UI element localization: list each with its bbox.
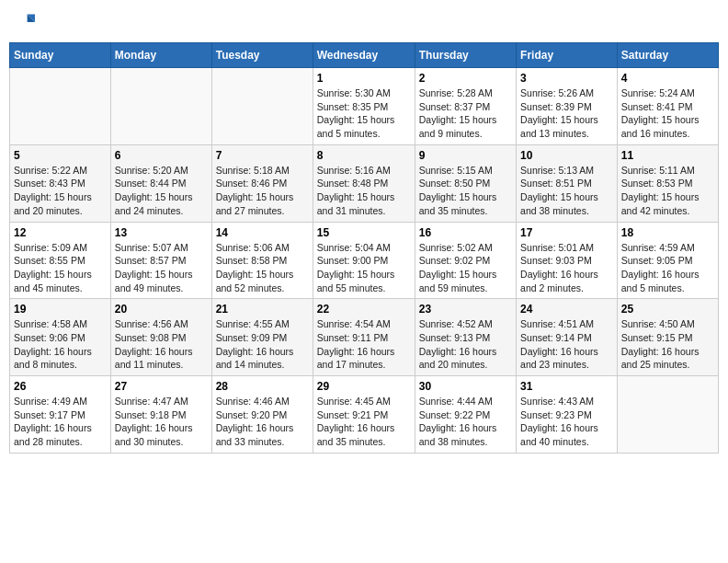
calendar-cell: 27Sunrise: 4:47 AMSunset: 9:18 PMDayligh… — [110, 376, 211, 454]
calendar-cell: 22Sunrise: 4:54 AMSunset: 9:11 PMDayligh… — [313, 299, 415, 376]
day-number: 11 — [621, 149, 714, 162]
day-number: 31 — [520, 380, 613, 393]
header-cell-monday: Monday — [110, 43, 211, 68]
day-number: 5 — [14, 149, 107, 162]
week-row: 12Sunrise: 5:09 AMSunset: 8:55 PMDayligh… — [10, 222, 719, 299]
calendar-cell: 12Sunrise: 5:09 AMSunset: 8:55 PMDayligh… — [10, 222, 111, 299]
day-info: Sunrise: 4:52 AMSunset: 9:13 PMDaylight:… — [419, 317, 512, 372]
calendar-cell: 23Sunrise: 4:52 AMSunset: 9:13 PMDayligh… — [415, 299, 516, 376]
calendar-cell: 24Sunrise: 4:51 AMSunset: 9:14 PMDayligh… — [517, 299, 618, 376]
day-info: Sunrise: 4:51 AMSunset: 9:14 PMDaylight:… — [520, 317, 613, 372]
day-info: Sunrise: 5:09 AMSunset: 8:55 PMDaylight:… — [14, 241, 107, 295]
day-number: 13 — [115, 226, 208, 239]
calendar-cell: 14Sunrise: 5:06 AMSunset: 8:58 PMDayligh… — [211, 222, 313, 299]
header-cell-wednesday: Wednesday — [313, 43, 415, 68]
calendar-cell: 26Sunrise: 4:49 AMSunset: 9:17 PMDayligh… — [10, 376, 111, 454]
day-number: 12 — [14, 226, 107, 239]
day-number: 14 — [216, 226, 309, 239]
day-info: Sunrise: 5:01 AMSunset: 9:03 PMDaylight:… — [520, 241, 613, 295]
day-number: 19 — [14, 303, 107, 316]
day-number: 10 — [520, 149, 613, 162]
day-info: Sunrise: 4:49 AMSunset: 9:17 PMDaylight:… — [14, 395, 107, 449]
day-info: Sunrise: 5:22 AMSunset: 8:43 PMDaylight:… — [14, 164, 107, 218]
day-info: Sunrise: 5:04 AMSunset: 9:00 PMDaylight:… — [317, 241, 411, 295]
calendar-cell: 31Sunrise: 4:43 AMSunset: 9:23 PMDayligh… — [517, 376, 618, 454]
calendar-cell: 15Sunrise: 5:04 AMSunset: 9:00 PMDayligh… — [313, 222, 415, 299]
day-info: Sunrise: 4:44 AMSunset: 9:22 PMDaylight:… — [419, 395, 512, 449]
calendar-cell: 20Sunrise: 4:56 AMSunset: 9:08 PMDayligh… — [110, 299, 211, 376]
day-number: 2 — [419, 72, 512, 85]
week-row: 5Sunrise: 5:22 AMSunset: 8:43 PMDaylight… — [10, 144, 719, 222]
day-info: Sunrise: 4:58 AMSunset: 9:06 PMDaylight:… — [14, 317, 107, 372]
logo — [9, 9, 39, 35]
calendar-cell — [10, 68, 111, 145]
day-number: 6 — [115, 149, 208, 162]
day-number: 21 — [216, 303, 309, 316]
day-number: 16 — [419, 226, 512, 239]
day-number: 26 — [14, 380, 107, 393]
day-info: Sunrise: 5:06 AMSunset: 8:58 PMDaylight:… — [216, 241, 309, 295]
calendar-cell: 13Sunrise: 5:07 AMSunset: 8:57 PMDayligh… — [110, 222, 211, 299]
day-info: Sunrise: 5:30 AMSunset: 8:35 PMDaylight:… — [317, 86, 411, 141]
day-info: Sunrise: 4:50 AMSunset: 9:15 PMDaylight:… — [621, 317, 714, 372]
calendar-cell: 18Sunrise: 4:59 AMSunset: 9:05 PMDayligh… — [617, 222, 718, 299]
header-cell-sunday: Sunday — [10, 43, 111, 68]
day-info: Sunrise: 5:18 AMSunset: 8:46 PMDaylight:… — [216, 164, 309, 218]
day-info: Sunrise: 5:24 AMSunset: 8:41 PMDaylight:… — [621, 86, 714, 141]
calendar-cell: 9Sunrise: 5:15 AMSunset: 8:50 PMDaylight… — [415, 144, 516, 222]
day-number: 20 — [115, 303, 208, 316]
day-number: 25 — [621, 303, 714, 316]
header-cell-thursday: Thursday — [415, 43, 516, 68]
calendar-cell: 10Sunrise: 5:13 AMSunset: 8:51 PMDayligh… — [517, 144, 618, 222]
calendar-table: SundayMondayTuesdayWednesdayThursdayFrid… — [9, 42, 719, 454]
calendar-cell: 21Sunrise: 4:55 AMSunset: 9:09 PMDayligh… — [211, 299, 313, 376]
calendar-body: 1Sunrise: 5:30 AMSunset: 8:35 PMDaylight… — [10, 68, 719, 454]
header-cell-tuesday: Tuesday — [211, 43, 313, 68]
day-info: Sunrise: 4:43 AMSunset: 9:23 PMDaylight:… — [520, 395, 613, 449]
day-info: Sunrise: 5:11 AMSunset: 8:53 PMDaylight:… — [621, 164, 714, 218]
header-row: SundayMondayTuesdayWednesdayThursdayFrid… — [10, 43, 719, 68]
day-info: Sunrise: 5:02 AMSunset: 9:02 PMDaylight:… — [419, 241, 512, 295]
calendar-cell — [110, 68, 211, 145]
week-row: 26Sunrise: 4:49 AMSunset: 9:17 PMDayligh… — [10, 376, 719, 454]
day-number: 29 — [317, 380, 411, 393]
day-info: Sunrise: 4:47 AMSunset: 9:18 PMDaylight:… — [115, 395, 208, 449]
day-info: Sunrise: 4:45 AMSunset: 9:21 PMDaylight:… — [317, 395, 411, 449]
day-info: Sunrise: 4:59 AMSunset: 9:05 PMDaylight:… — [621, 241, 714, 295]
calendar-cell: 3Sunrise: 5:26 AMSunset: 8:39 PMDaylight… — [517, 68, 618, 145]
day-info: Sunrise: 5:20 AMSunset: 8:44 PMDaylight:… — [115, 164, 208, 218]
calendar-cell: 25Sunrise: 4:50 AMSunset: 9:15 PMDayligh… — [617, 299, 718, 376]
day-number: 27 — [115, 380, 208, 393]
calendar-header: SundayMondayTuesdayWednesdayThursdayFrid… — [10, 43, 719, 68]
day-number: 7 — [216, 149, 309, 162]
header-cell-friday: Friday — [517, 43, 618, 68]
calendar-cell: 28Sunrise: 4:46 AMSunset: 9:20 PMDayligh… — [211, 376, 313, 454]
day-number: 23 — [419, 303, 512, 316]
calendar-cell: 5Sunrise: 5:22 AMSunset: 8:43 PMDaylight… — [10, 144, 111, 222]
day-info: Sunrise: 5:16 AMSunset: 8:48 PMDaylight:… — [317, 164, 411, 218]
day-number: 9 — [419, 149, 512, 162]
day-number: 8 — [317, 149, 411, 162]
calendar-cell: 16Sunrise: 5:02 AMSunset: 9:02 PMDayligh… — [415, 222, 516, 299]
page-header — [9, 9, 719, 35]
day-number: 28 — [216, 380, 309, 393]
calendar-cell: 4Sunrise: 5:24 AMSunset: 8:41 PMDaylight… — [617, 68, 718, 145]
calendar-cell: 6Sunrise: 5:20 AMSunset: 8:44 PMDaylight… — [110, 144, 211, 222]
day-info: Sunrise: 4:56 AMSunset: 9:08 PMDaylight:… — [115, 317, 208, 372]
day-number: 4 — [621, 72, 714, 85]
day-info: Sunrise: 4:46 AMSunset: 9:20 PMDaylight:… — [216, 395, 309, 449]
day-info: Sunrise: 4:54 AMSunset: 9:11 PMDaylight:… — [317, 317, 411, 372]
calendar-cell: 7Sunrise: 5:18 AMSunset: 8:46 PMDaylight… — [211, 144, 313, 222]
week-row: 1Sunrise: 5:30 AMSunset: 8:35 PMDaylight… — [10, 68, 719, 145]
logo-icon — [9, 9, 35, 35]
week-row: 19Sunrise: 4:58 AMSunset: 9:06 PMDayligh… — [10, 299, 719, 376]
day-number: 3 — [520, 72, 613, 85]
day-number: 24 — [520, 303, 613, 316]
day-number: 17 — [520, 226, 613, 239]
day-info: Sunrise: 5:15 AMSunset: 8:50 PMDaylight:… — [419, 164, 512, 218]
day-info: Sunrise: 5:28 AMSunset: 8:37 PMDaylight:… — [419, 86, 512, 141]
day-number: 15 — [317, 226, 411, 239]
day-number: 30 — [419, 380, 512, 393]
calendar-cell — [617, 376, 718, 454]
day-info: Sunrise: 5:07 AMSunset: 8:57 PMDaylight:… — [115, 241, 208, 295]
